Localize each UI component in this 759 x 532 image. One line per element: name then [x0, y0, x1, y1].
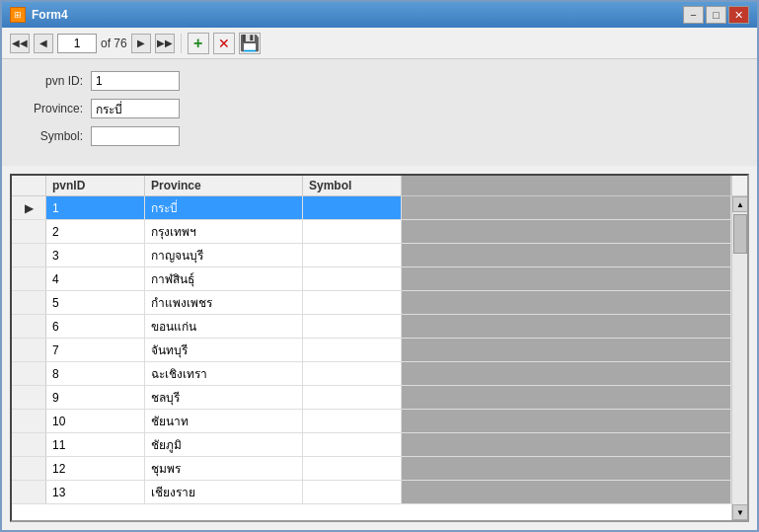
symbol-input[interactable]	[91, 126, 180, 146]
close-button[interactable]: ✕	[728, 6, 749, 24]
col-header-pvnid: pvnID	[46, 176, 145, 195]
row-indicator	[12, 291, 46, 314]
cell-symbol	[303, 291, 402, 314]
save-record-button[interactable]: 💾	[239, 33, 261, 54]
row-indicator	[12, 339, 46, 361]
table-row[interactable]: 8ฉะเชิงเทรา	[12, 362, 731, 386]
cell-extra	[402, 386, 731, 409]
grid-rows-area: ▶1กระบี่2กรุงเทพฯ3กาญจนบุรี4กาฬสินธุ์5กำ…	[12, 196, 731, 520]
row-indicator	[12, 386, 46, 409]
grid-container: pvnID Province Symbol ▶1กระบี่2กรุงเทพฯ3…	[2, 166, 757, 530]
col-header-extra	[402, 176, 731, 195]
grid-header: pvnID Province Symbol	[12, 176, 747, 196]
minimize-button[interactable]: −	[683, 6, 704, 24]
row-arrow-icon: ▶	[25, 201, 34, 215]
cell-province: กรุงเทพฯ	[145, 220, 303, 243]
cell-extra	[402, 339, 731, 361]
cell-province: ชุมพร	[145, 457, 303, 480]
cell-extra	[402, 410, 731, 432]
cell-symbol	[303, 362, 402, 385]
cell-pvnid: 6	[46, 315, 145, 338]
cell-symbol	[303, 315, 402, 338]
cell-pvnid: 2	[46, 220, 145, 243]
row-indicator	[12, 220, 46, 243]
cell-symbol	[303, 481, 402, 503]
last-record-button[interactable]: ▶▶	[155, 34, 175, 53]
symbol-row: Symbol:	[22, 126, 737, 146]
next-record-button[interactable]: ▶	[131, 34, 151, 53]
table-row[interactable]: 6ขอนแก่น	[12, 315, 731, 339]
form-area: pvn ID: Province: Symbol:	[2, 59, 757, 166]
cell-province: ขอนแก่น	[145, 315, 303, 338]
current-record-input[interactable]	[57, 34, 97, 53]
cell-province: ฉะเชิงเทรา	[145, 362, 303, 385]
cell-symbol	[303, 267, 402, 290]
cell-extra	[402, 267, 731, 290]
cell-province: จันทบุรี	[145, 339, 303, 361]
table-row[interactable]: 7จันทบุรี	[12, 339, 731, 362]
data-grid: pvnID Province Symbol ▶1กระบี่2กรุงเทพฯ3…	[10, 174, 749, 522]
cell-province: กระบี่	[145, 196, 303, 219]
cell-extra	[402, 457, 731, 480]
col-header-symbol: Symbol	[303, 176, 402, 195]
title-bar: ⊞ Form4 − □ ✕	[2, 2, 757, 28]
province-input[interactable]	[91, 99, 180, 118]
cell-pvnid: 11	[46, 433, 145, 456]
cell-extra	[402, 481, 731, 503]
row-indicator	[12, 362, 46, 385]
cell-symbol	[303, 220, 402, 243]
cell-province: กาญจนบุรี	[145, 244, 303, 266]
table-row[interactable]: 2กรุงเทพฯ	[12, 220, 731, 244]
cell-extra	[402, 196, 731, 219]
record-count: of 76	[101, 37, 127, 50]
add-record-button[interactable]: +	[188, 33, 209, 54]
cell-symbol	[303, 244, 402, 266]
cell-extra	[402, 362, 731, 385]
province-row: Province:	[22, 99, 737, 118]
title-buttons: − □ ✕	[683, 6, 749, 24]
scrollbar[interactable]: ▲ ▼	[731, 196, 747, 520]
pvn-id-input[interactable]	[91, 71, 180, 91]
delete-record-button[interactable]: ✕	[213, 33, 235, 54]
cell-province: ชัยภูมิ	[145, 433, 303, 456]
cell-province: เชียงราย	[145, 481, 303, 503]
scroll-track[interactable]	[732, 212, 747, 504]
scroll-thumb[interactable]	[733, 214, 747, 254]
cell-pvnid: 8	[46, 362, 145, 385]
cell-pvnid: 4	[46, 267, 145, 290]
row-indicator	[12, 481, 46, 503]
scroll-up-button[interactable]: ▲	[732, 196, 747, 212]
table-row[interactable]: 5กำแพงเพชร	[12, 291, 731, 315]
grid-body: ▶1กระบี่2กรุงเทพฯ3กาญจนบุรี4กาฬสินธุ์5กำ…	[12, 196, 747, 520]
row-indicator	[12, 267, 46, 290]
table-row[interactable]: 4กาฬสินธุ์	[12, 267, 731, 291]
cell-extra	[402, 315, 731, 338]
row-indicator	[12, 244, 46, 266]
scroll-down-button[interactable]: ▼	[732, 504, 747, 520]
col-header-province: Province	[145, 176, 303, 195]
pvn-id-row: pvn ID:	[22, 71, 737, 91]
header-indicator	[12, 176, 46, 195]
cell-pvnid: 7	[46, 339, 145, 361]
pvn-id-label: pvn ID:	[22, 74, 91, 88]
table-row[interactable]: 9ชลบุรี	[12, 386, 731, 410]
table-row[interactable]: 10ชัยนาท	[12, 410, 731, 433]
row-indicator	[12, 433, 46, 456]
cell-symbol	[303, 410, 402, 432]
table-row[interactable]: 13เชียงราย	[12, 481, 731, 504]
window-title: Form4	[32, 8, 68, 22]
cell-symbol	[303, 457, 402, 480]
table-row[interactable]: 12ชุมพร	[12, 457, 731, 481]
table-row[interactable]: 3กาญจนบุรี	[12, 244, 731, 267]
first-record-button[interactable]: ◀◀	[10, 34, 30, 53]
symbol-label: Symbol:	[22, 129, 91, 143]
prev-record-button[interactable]: ◀	[34, 34, 53, 53]
cell-pvnid: 13	[46, 481, 145, 503]
cell-pvnid: 3	[46, 244, 145, 266]
maximize-button[interactable]: □	[706, 6, 726, 24]
cell-pvnid: 5	[46, 291, 145, 314]
cell-province: กาฬสินธุ์	[145, 267, 303, 290]
table-row[interactable]: ▶1กระบี่	[12, 196, 731, 220]
table-row[interactable]: 11ชัยภูมิ	[12, 433, 731, 457]
cell-extra	[402, 220, 731, 243]
